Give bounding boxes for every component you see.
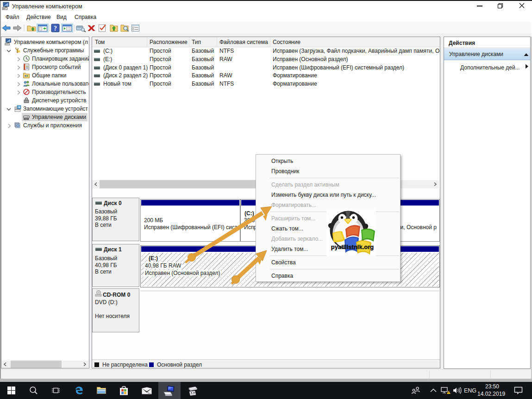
svg-text:?: ? [54, 25, 57, 32]
svg-text:pyatilistnik.org: pyatilistnik.org [331, 243, 374, 250]
